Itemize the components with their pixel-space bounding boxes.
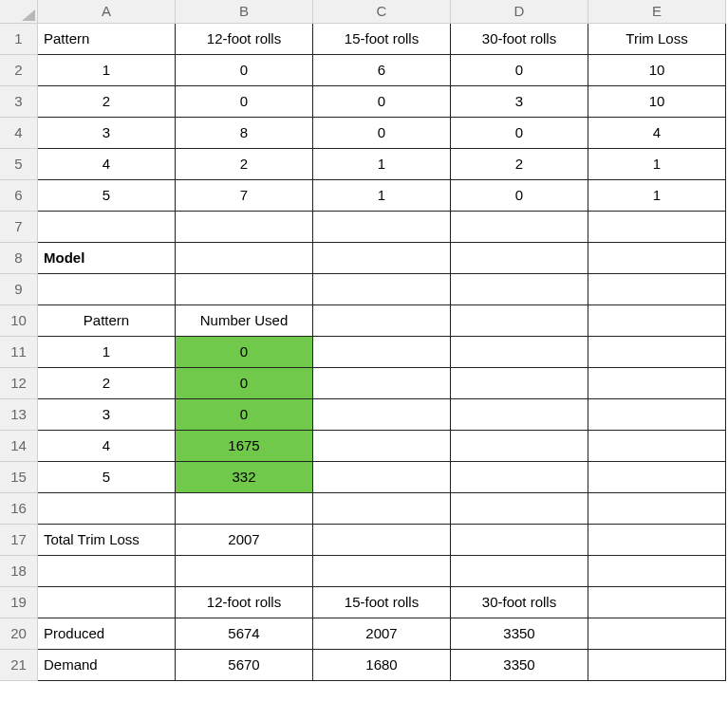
- cell-A13[interactable]: 3: [38, 399, 176, 431]
- row-header-3[interactable]: 3: [0, 86, 38, 118]
- cell-D9[interactable]: [451, 274, 588, 305]
- cell-E13[interactable]: [588, 399, 726, 431]
- cell-C9[interactable]: [313, 274, 451, 305]
- cell-C13[interactable]: [313, 399, 451, 431]
- cell-D3[interactable]: 3: [451, 86, 588, 118]
- cell-A11[interactable]: 1: [38, 337, 176, 368]
- cell-B9[interactable]: [176, 274, 313, 305]
- cell-B10[interactable]: Number Used: [176, 305, 313, 337]
- cell-C17[interactable]: [313, 525, 451, 556]
- cell-D15[interactable]: [451, 462, 588, 493]
- cell-D14[interactable]: [451, 431, 588, 462]
- cell-A6[interactable]: 5: [38, 180, 176, 212]
- cell-B1[interactable]: 12-foot rolls: [176, 24, 313, 55]
- cell-B4[interactable]: 8: [176, 118, 313, 149]
- cell-E10[interactable]: [588, 305, 726, 337]
- cell-C3[interactable]: 0: [313, 86, 451, 118]
- cell-E19[interactable]: [588, 587, 726, 618]
- cell-A21[interactable]: Demand: [38, 650, 176, 681]
- cell-B11[interactable]: 0: [176, 337, 313, 368]
- cell-B5[interactable]: 2: [176, 149, 313, 180]
- cell-B6[interactable]: 7: [176, 180, 313, 212]
- cell-E17[interactable]: [588, 525, 726, 556]
- row-header-19[interactable]: 19: [0, 587, 38, 618]
- cell-B20[interactable]: 5674: [176, 618, 313, 650]
- row-header-7[interactable]: 7: [0, 212, 38, 243]
- cell-C5[interactable]: 1: [313, 149, 451, 180]
- row-header-6[interactable]: 6: [0, 180, 38, 212]
- row-header-20[interactable]: 20: [0, 618, 38, 650]
- cell-A15[interactable]: 5: [38, 462, 176, 493]
- cell-D10[interactable]: [451, 305, 588, 337]
- cell-E18[interactable]: [588, 556, 726, 587]
- cell-E5[interactable]: 1: [588, 149, 726, 180]
- cell-B17[interactable]: 2007: [176, 525, 313, 556]
- select-all-corner[interactable]: [0, 0, 38, 24]
- cell-B15[interactable]: 332: [176, 462, 313, 493]
- cell-D8[interactable]: [451, 243, 588, 274]
- cell-A12[interactable]: 2: [38, 368, 176, 399]
- cell-A3[interactable]: 2: [38, 86, 176, 118]
- cell-A16[interactable]: [38, 493, 176, 525]
- cell-C11[interactable]: [313, 337, 451, 368]
- cell-C16[interactable]: [313, 493, 451, 525]
- cell-E20[interactable]: [588, 618, 726, 650]
- col-header-C[interactable]: C: [313, 0, 451, 24]
- cell-B13[interactable]: 0: [176, 399, 313, 431]
- cell-D1[interactable]: 30-foot rolls: [451, 24, 588, 55]
- cell-D16[interactable]: [451, 493, 588, 525]
- cell-B16[interactable]: [176, 493, 313, 525]
- col-header-E[interactable]: E: [588, 0, 726, 24]
- cell-E11[interactable]: [588, 337, 726, 368]
- row-header-21[interactable]: 21: [0, 650, 38, 681]
- cell-B14[interactable]: 1675: [176, 431, 313, 462]
- row-header-10[interactable]: 10: [0, 305, 38, 337]
- cell-E15[interactable]: [588, 462, 726, 493]
- row-header-8[interactable]: 8: [0, 243, 38, 274]
- row-header-1[interactable]: 1: [0, 24, 38, 55]
- row-header-5[interactable]: 5: [0, 149, 38, 180]
- cell-E8[interactable]: [588, 243, 726, 274]
- cell-E6[interactable]: 1: [588, 180, 726, 212]
- cell-B18[interactable]: [176, 556, 313, 587]
- row-header-18[interactable]: 18: [0, 556, 38, 587]
- cell-E12[interactable]: [588, 368, 726, 399]
- row-header-9[interactable]: 9: [0, 274, 38, 305]
- cell-A1[interactable]: Pattern: [38, 24, 176, 55]
- cell-C14[interactable]: [313, 431, 451, 462]
- row-header-14[interactable]: 14: [0, 431, 38, 462]
- cell-A8[interactable]: Model: [38, 243, 176, 274]
- spreadsheet[interactable]: A B C D E 1 Pattern 12-foot rolls 15-foo…: [0, 0, 728, 681]
- cell-A20[interactable]: Produced: [38, 618, 176, 650]
- cell-C18[interactable]: [313, 556, 451, 587]
- cell-A14[interactable]: 4: [38, 431, 176, 462]
- col-header-D[interactable]: D: [451, 0, 588, 24]
- cell-A18[interactable]: [38, 556, 176, 587]
- cell-C10[interactable]: [313, 305, 451, 337]
- cell-E16[interactable]: [588, 493, 726, 525]
- row-header-2[interactable]: 2: [0, 55, 38, 86]
- cell-A4[interactable]: 3: [38, 118, 176, 149]
- cell-C19[interactable]: 15-foot rolls: [313, 587, 451, 618]
- cell-C7[interactable]: [313, 212, 451, 243]
- row-header-16[interactable]: 16: [0, 493, 38, 525]
- cell-C8[interactable]: [313, 243, 451, 274]
- cell-D17[interactable]: [451, 525, 588, 556]
- cell-B8[interactable]: [176, 243, 313, 274]
- cell-B21[interactable]: 5670: [176, 650, 313, 681]
- row-header-4[interactable]: 4: [0, 118, 38, 149]
- cell-D5[interactable]: 2: [451, 149, 588, 180]
- cell-D4[interactable]: 0: [451, 118, 588, 149]
- cell-E7[interactable]: [588, 212, 726, 243]
- cell-E9[interactable]: [588, 274, 726, 305]
- cell-A7[interactable]: [38, 212, 176, 243]
- cell-C12[interactable]: [313, 368, 451, 399]
- row-header-11[interactable]: 11: [0, 337, 38, 368]
- cell-D13[interactable]: [451, 399, 588, 431]
- cell-C6[interactable]: 1: [313, 180, 451, 212]
- cell-E14[interactable]: [588, 431, 726, 462]
- cell-B12[interactable]: 0: [176, 368, 313, 399]
- cell-C21[interactable]: 1680: [313, 650, 451, 681]
- row-header-12[interactable]: 12: [0, 368, 38, 399]
- cell-C15[interactable]: [313, 462, 451, 493]
